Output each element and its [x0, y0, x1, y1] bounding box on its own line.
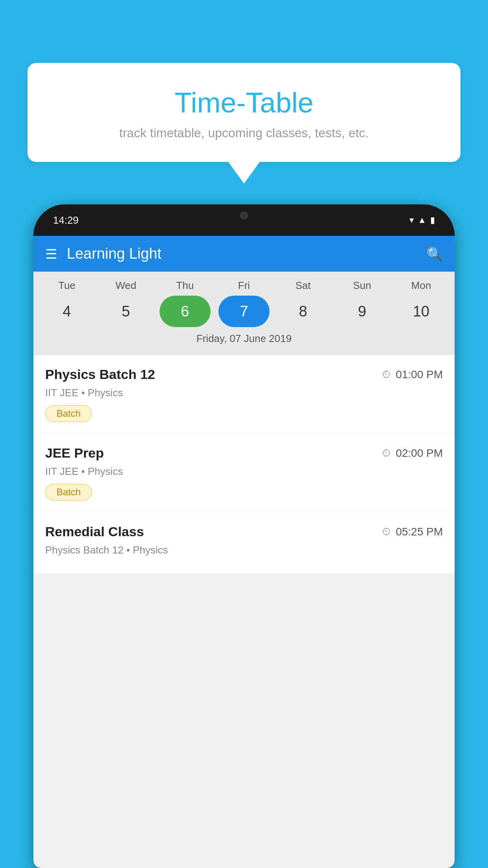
wifi-icon: ▾ [409, 215, 414, 225]
schedule-list: Physics Batch 12 ⏲ 01:00 PM IIT JEE • Ph… [33, 355, 455, 574]
schedule-item-2[interactable]: JEE Prep ⏲ 02:00 PM IIT JEE • Physics Ba… [33, 434, 455, 511]
batch-tag-1: Batch [45, 405, 92, 422]
day-headers: Tue Wed Thu Fri Sat Sun Mon [33, 280, 455, 292]
day-7-selected[interactable]: 7 [218, 296, 270, 327]
selected-date-label: Friday, 07 June 2019 [33, 327, 455, 351]
day-header-thu: Thu [160, 280, 211, 292]
app-screen: ☰ Learning Light 🔍 Tue Wed Thu Fri Sat S… [33, 236, 455, 868]
clock-icon-1: ⏲ [382, 368, 392, 381]
schedule-title-1: Physics Batch 12 [45, 367, 155, 382]
calendar-strip: Tue Wed Thu Fri Sat Sun Mon 4 5 6 7 8 9 … [33, 272, 455, 355]
schedule-time-1: ⏲ 01:00 PM [382, 368, 443, 381]
day-6-today[interactable]: 6 [160, 296, 211, 327]
speech-bubble: Time-Table track timetable, upcoming cla… [28, 63, 460, 162]
schedule-time-text-3: 05:25 PM [396, 526, 443, 538]
app-title: Learning Light [67, 245, 416, 262]
day-header-wed: Wed [100, 280, 151, 292]
battery-icon: ▮ [430, 215, 435, 225]
day-4[interactable]: 4 [41, 296, 92, 327]
schedule-time-text-2: 02:00 PM [396, 447, 443, 460]
day-9[interactable]: 9 [337, 296, 388, 327]
day-header-tue: Tue [41, 280, 92, 292]
day-header-sat: Sat [277, 280, 328, 292]
batch-tag-2: Batch [45, 484, 92, 500]
day-header-mon: Mon [396, 280, 447, 292]
phone-camera [240, 211, 248, 219]
status-time: 14:29 [53, 214, 79, 226]
speech-bubble-title: Time-Table [47, 86, 441, 119]
menu-icon[interactable]: ☰ [45, 247, 57, 261]
schedule-item-3[interactable]: Remedial Class ⏲ 05:25 PM Physics Batch … [33, 512, 455, 574]
schedule-title-2: JEE Prep [45, 445, 104, 461]
speech-bubble-container: Time-Table track timetable, upcoming cla… [28, 63, 460, 184]
phone-notch [213, 204, 275, 226]
speech-bubble-pointer [228, 162, 260, 184]
day-header-fri: Fri [218, 280, 270, 292]
schedule-item-3-header: Remedial Class ⏲ 05:25 PM [45, 524, 443, 539]
clock-icon-2: ⏲ [382, 447, 392, 459]
day-10[interactable]: 10 [396, 296, 447, 327]
day-5[interactable]: 5 [100, 296, 151, 327]
day-8[interactable]: 8 [277, 296, 328, 327]
search-icon[interactable]: 🔍 [426, 246, 443, 262]
signal-icon: ▲ [418, 215, 426, 225]
schedule-time-2: ⏲ 02:00 PM [382, 447, 443, 460]
schedule-subtitle-3: Physics Batch 12 • Physics [45, 544, 443, 556]
schedule-item-1[interactable]: Physics Batch 12 ⏲ 01:00 PM IIT JEE • Ph… [33, 355, 455, 433]
phone-frame: 14:29 ▾ ▲ ▮ ☰ Learning Light 🔍 Tue Wed T… [33, 204, 455, 868]
day-header-sun: Sun [337, 280, 388, 292]
schedule-title-3: Remedial Class [45, 524, 144, 539]
schedule-item-2-header: JEE Prep ⏲ 02:00 PM [45, 445, 443, 461]
schedule-subtitle-1: IIT JEE • Physics [45, 387, 443, 399]
status-icons: ▾ ▲ ▮ [409, 215, 435, 225]
day-numbers: 4 5 6 7 8 9 10 [33, 296, 455, 327]
speech-bubble-subtitle: track timetable, upcoming classes, tests… [47, 126, 441, 140]
status-bar: 14:29 ▾ ▲ ▮ [33, 204, 455, 236]
schedule-subtitle-2: IIT JEE • Physics [45, 465, 443, 478]
schedule-item-1-header: Physics Batch 12 ⏲ 01:00 PM [45, 367, 443, 382]
schedule-time-3: ⏲ 05:25 PM [382, 526, 443, 538]
schedule-time-text-1: 01:00 PM [396, 368, 443, 381]
app-toolbar: ☰ Learning Light 🔍 [33, 236, 455, 272]
clock-icon-3: ⏲ [382, 526, 392, 538]
